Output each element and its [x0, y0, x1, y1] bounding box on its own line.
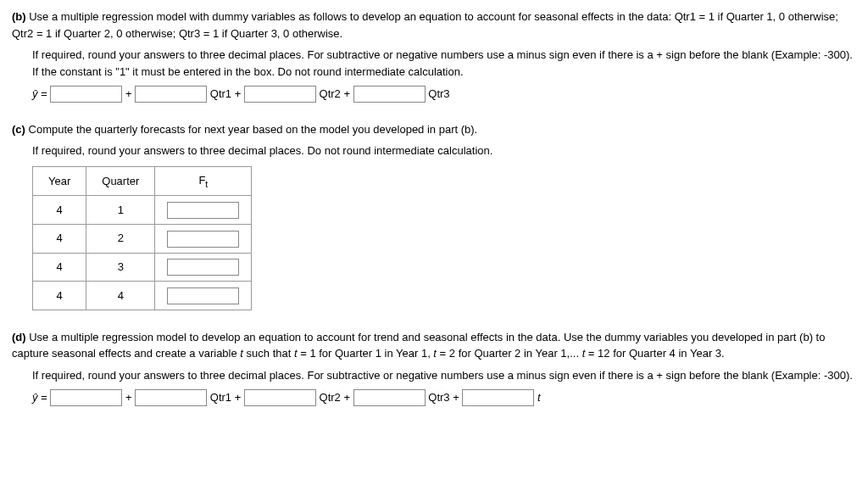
part-b-text2: If required, round your answers to three… [32, 47, 856, 80]
part-c-text1: (c) Compute the quarterly forecasts for … [12, 121, 856, 138]
cell-year: 4 [33, 224, 86, 253]
header-quarter: Quarter [86, 166, 155, 196]
qtr2-coef-input[interactable] [244, 86, 316, 103]
cell-quarter: 4 [86, 282, 155, 310]
qtr3-coef-input-d[interactable] [353, 389, 426, 406]
part-b-label: (b) [12, 10, 26, 23]
qtr2-label-d: Qtr2 + [320, 391, 353, 404]
qtr3-label-d: Qtr3 + [428, 391, 462, 404]
part-b-equation: ŷ = + Qtr1 + Qtr2 + Qtr3 [32, 85, 856, 103]
part-b-text1-content: Use a multiple regression model with dum… [12, 10, 838, 40]
yhat-label: ŷ = [32, 87, 47, 100]
header-ft: Ft [155, 166, 252, 196]
cell-ft [155, 282, 252, 310]
cell-ft [155, 253, 252, 282]
qtr2-label: Qtr2 + [320, 87, 353, 100]
forecast-table: Year Quarter Ft 4 1 4 2 4 3 4 [32, 166, 252, 310]
part-b: (b) Use a multiple regression model with… [12, 8, 856, 103]
table-row: 4 1 [33, 196, 252, 225]
qtr1-coef-input-d[interactable] [135, 389, 207, 406]
ft-input-1[interactable] [167, 202, 239, 219]
part-c-label: (c) [12, 123, 25, 136]
part-d-text2: If required, round your answers to three… [32, 367, 856, 384]
part-d-equation: ŷ = + Qtr1 + Qtr2 + Qtr3 + t [32, 388, 856, 406]
cell-year: 4 [33, 253, 86, 282]
ft-input-2[interactable] [167, 231, 239, 248]
qtr2-coef-input-d[interactable] [244, 389, 316, 406]
part-d-label: (d) [12, 331, 26, 343]
part-d-text1d: = 2 for Quarter 2 in Year 1,... [437, 347, 582, 360]
cell-quarter: 3 [86, 253, 155, 282]
part-d-text1e: = 12 for Quarter 4 in Year 3. [585, 347, 724, 360]
part-c-text2: If required, round your answers to three… [32, 142, 856, 159]
intercept-input-d[interactable] [50, 389, 122, 406]
yhat-label-d: ŷ = [32, 391, 47, 404]
plus-d1: + [125, 391, 135, 404]
qtr3-coef-input[interactable] [353, 86, 426, 103]
ft-input-3[interactable] [167, 259, 239, 276]
qtr1-label-d: Qtr1 + [210, 391, 244, 404]
part-b-text1: (b) Use a multiple regression model with… [12, 8, 856, 42]
header-year: Year [33, 166, 86, 196]
cell-year: 4 [33, 196, 86, 225]
qtr1-coef-input[interactable] [135, 86, 207, 103]
plus-1: + [125, 87, 135, 100]
part-c: (c) Compute the quarterly forecasts for … [12, 121, 856, 310]
qtr3-label: Qtr3 [428, 87, 449, 100]
t-label-d: t [537, 391, 541, 404]
cell-year: 4 [33, 282, 86, 310]
table-row: 4 3 [33, 253, 252, 282]
cell-quarter: 1 [86, 196, 155, 225]
part-d: (d) Use a multiple regression model to d… [12, 329, 856, 406]
cell-quarter: 2 [86, 224, 155, 253]
table-row: 4 4 [33, 282, 252, 310]
part-d-text1c: = 1 for Quarter 1 in Year 1, [298, 347, 434, 360]
cell-ft [155, 224, 252, 253]
qtr1-label: Qtr1 + [210, 87, 244, 100]
intercept-input[interactable] [50, 86, 122, 103]
table-header-row: Year Quarter Ft [33, 166, 252, 196]
cell-ft [155, 196, 252, 225]
part-d-text1b: such that [243, 347, 294, 360]
ft-input-4[interactable] [167, 287, 239, 304]
part-c-text1-content: Compute the quarterly forecasts for next… [29, 123, 478, 136]
part-d-text1: (d) Use a multiple regression model to d… [12, 329, 856, 362]
t-coef-input-d[interactable] [462, 389, 534, 406]
table-row: 4 2 [33, 224, 252, 253]
